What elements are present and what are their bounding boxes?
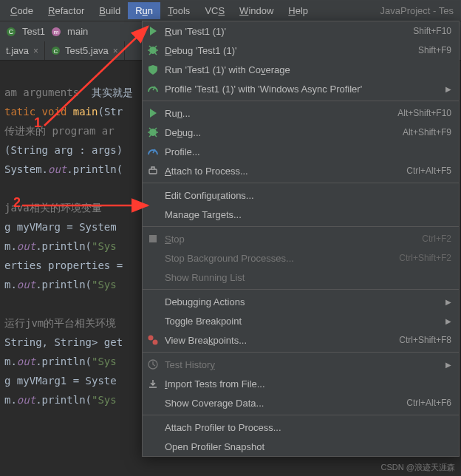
class-icon: C <box>6 27 16 37</box>
menu-label: View Breakpoints... <box>165 335 393 346</box>
menu-edit-configurations[interactable]: Edit Configurations... <box>143 186 459 205</box>
menu-label: Profile 'Test1 (1)' with 'Windows Async … <box>165 84 440 95</box>
menu-vcs[interactable]: VCS <box>197 2 232 19</box>
menu-window[interactable]: Window <box>232 2 281 19</box>
svg-rect-10 <box>149 169 157 174</box>
menu-label: Debugging Actions <box>165 296 440 307</box>
menu-tools[interactable]: Tools <box>160 2 197 19</box>
tab-test5-java[interactable]: C Test5.java × <box>45 41 125 60</box>
svg-text:m: m <box>54 29 59 35</box>
menu-label: Show Coverage Data... <box>165 398 400 409</box>
menu-debug-test1[interactable]: Debug 'Test1 (1)' Shift+F9 <box>143 41 459 60</box>
gauge-icon <box>147 146 159 157</box>
menu-shortcut: Ctrl+Alt+F5 <box>406 166 451 176</box>
menu-shortcut: Ctrl+Shift+F8 <box>399 335 451 345</box>
play-icon <box>147 107 159 119</box>
menu-separator <box>143 352 459 353</box>
blank-icon <box>147 421 159 433</box>
menu-separator <box>143 101 459 101</box>
menu-label: Run 'Test1 (1)' with Coverage <box>165 64 451 75</box>
menu-build[interactable]: Build <box>92 2 128 19</box>
menu-label: Manage Targets... <box>165 209 451 220</box>
menu-run[interactable]: Run <box>128 2 160 19</box>
menu-show-running: Show Running List <box>143 268 459 287</box>
breadcrumb-class[interactable]: Test1 <box>22 26 45 37</box>
tab-label: t.java <box>6 45 29 56</box>
menu-run-dots[interactable]: Run... Alt+Shift+F10 <box>143 103 459 123</box>
menu-label: Debug 'Test1 (1)' <box>165 45 412 56</box>
menu-label: Open Profiler Snapshot <box>165 441 451 452</box>
window-title: JavaProject - Tes <box>380 5 458 16</box>
breakpoints-icon <box>147 334 159 346</box>
blank-icon <box>147 296 159 307</box>
menu-shortcut: Shift+F10 <box>413 26 451 36</box>
watermark: CSDN @浪迹天涯森 <box>381 462 455 473</box>
menu-toggle-breakpoint[interactable]: Toggle Breakpoint ▶ <box>143 311 459 330</box>
menu-label: Toggle Breakpoint <box>165 316 440 327</box>
breadcrumb-method[interactable]: main <box>67 26 88 37</box>
menu-debug-dots[interactable]: Debug... Alt+Shift+F9 <box>143 123 459 142</box>
bug-icon <box>147 126 159 138</box>
blank-icon <box>147 252 159 264</box>
menu-label: Run... <box>165 108 392 119</box>
close-icon[interactable]: × <box>113 46 118 56</box>
menu-label: Attach to Process... <box>165 166 400 177</box>
menu-attach-profiler[interactable]: Attach Profiler to Process... <box>143 418 459 437</box>
menu-separator <box>143 226 459 227</box>
blank-icon <box>147 271 159 283</box>
menu-label: Show Running List <box>165 272 451 283</box>
tab-t-java[interactable]: t.java × <box>0 41 45 60</box>
blank-icon <box>147 441 159 452</box>
menu-label: Test History <box>165 359 440 370</box>
shield-icon <box>147 64 159 75</box>
menu-shortcut: Ctrl+Shift+F2 <box>399 253 451 263</box>
attach-icon <box>147 165 159 177</box>
blank-icon <box>147 208 159 220</box>
svg-rect-11 <box>149 235 157 242</box>
close-icon[interactable]: × <box>33 46 38 56</box>
svg-text:C: C <box>54 48 58 55</box>
java-file-icon: C <box>51 46 61 55</box>
method-icon: m <box>51 27 61 37</box>
chevron-right-icon: ▶ <box>445 317 451 325</box>
menu-show-coverage[interactable]: Show Coverage Data... Ctrl+Alt+F6 <box>143 393 459 412</box>
run-dropdown-menu: Run 'Test1 (1)' Shift+F10 Debug 'Test1 (… <box>142 21 460 457</box>
menu-view-breakpoints[interactable]: View Breakpoints... Ctrl+Shift+F8 <box>143 330 459 350</box>
gauge-icon <box>147 83 159 95</box>
menu-shortcut: Ctrl+Alt+F6 <box>406 398 451 408</box>
menu-label: Run 'Test1 (1)' <box>165 26 407 37</box>
clock-icon <box>147 358 159 370</box>
stop-icon <box>147 233 159 245</box>
menu-import-tests[interactable]: Import Tests from File... <box>143 374 459 393</box>
menu-label: Stop Background Processes... <box>165 253 393 264</box>
menu-profile-dots[interactable]: Profile... <box>143 142 459 161</box>
tab-label: Test5.java <box>65 45 109 56</box>
menu-shortcut: Alt+Shift+F9 <box>403 127 451 137</box>
svg-point-13 <box>153 340 158 345</box>
menu-run-coverage[interactable]: Run 'Test1 (1)' with Coverage <box>143 60 459 79</box>
menu-profile-test1[interactable]: Profile 'Test1 (1)' with 'Windows Async … <box>143 79 459 98</box>
menu-separator <box>143 289 459 290</box>
import-icon <box>147 378 159 390</box>
menu-label: Stop <box>165 234 416 245</box>
svg-point-12 <box>148 336 154 341</box>
blank-icon <box>147 397 159 409</box>
menu-manage-targets[interactable]: Manage Targets... <box>143 205 459 224</box>
menu-run-test1[interactable]: Run 'Test1 (1)' Shift+F10 <box>143 21 459 41</box>
bug-icon <box>147 44 159 56</box>
menu-label: Import Tests from File... <box>165 378 451 390</box>
menu-open-profiler-snapshot[interactable]: Open Profiler Snapshot <box>143 437 459 456</box>
menu-help[interactable]: Help <box>281 2 315 19</box>
blank-icon <box>147 189 159 201</box>
menu-attach-process[interactable]: Attach to Process... Ctrl+Alt+F5 <box>143 161 459 180</box>
menu-debugging-actions[interactable]: Debugging Actions ▶ <box>143 292 459 311</box>
menu-refactor[interactable]: Refactor <box>41 2 92 19</box>
menu-label: Edit Configurations... <box>165 190 451 201</box>
menu-label: Profile... <box>165 146 451 157</box>
menu-stop: Stop Ctrl+F2 <box>143 229 459 248</box>
play-icon <box>147 25 159 37</box>
menu-label: Debug... <box>165 127 397 138</box>
menu-separator <box>143 415 459 415</box>
menu-code[interactable]: Code <box>3 2 41 19</box>
blank-icon <box>147 315 159 327</box>
